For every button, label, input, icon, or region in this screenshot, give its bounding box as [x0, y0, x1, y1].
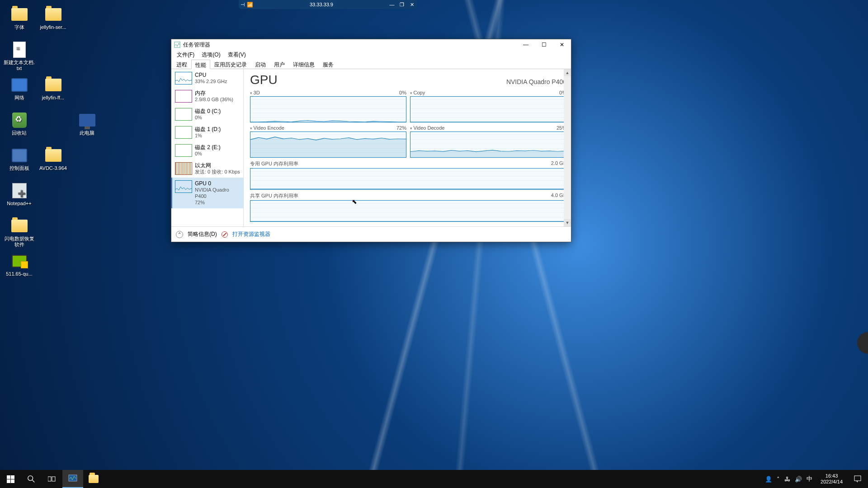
- desktop-icon[interactable]: Notepad++: [2, 181, 36, 216]
- tab-进程[interactable]: 进程: [172, 59, 191, 69]
- remote-restore-button[interactable]: ❐: [397, 2, 407, 8]
- tab-详细信息[interactable]: 详细信息: [289, 59, 319, 69]
- task-view-button[interactable]: [42, 470, 62, 488]
- chart-专用 GPU 内存利用率: 专用 GPU 内存利用率2.0 GB: [250, 160, 566, 190]
- edge-assist-bubble[interactable]: [857, 332, 868, 354]
- remote-close-button[interactable]: ✕: [407, 2, 417, 8]
- performance-sidebar: CPU33% 2.29 GHz内存2.9/8.0 GB (36%)磁盘 0 (C…: [171, 69, 244, 226]
- desktop-icons: 字体jellyfin-ser...新建文本文档.txt网络jellyfin-ff…: [2, 5, 104, 286]
- remote-minimize-button[interactable]: —: [387, 2, 397, 7]
- menu-item[interactable]: 查看(V): [224, 50, 250, 59]
- desktop-icon[interactable]: 网络: [2, 75, 36, 110]
- tab-bar: 进程性能应用历史记录启动用户详细信息服务: [171, 59, 571, 69]
- nv-icon: [12, 255, 27, 267]
- sidebar-thumb: [175, 126, 192, 139]
- sidebar-item-disk[interactable]: 磁盘 0 (C:)0%: [171, 105, 243, 123]
- open-resmon-link[interactable]: 打开资源监视器: [232, 230, 270, 238]
- system-tray[interactable]: 👤 ˄ 🖧 🔊 中: [761, 475, 816, 483]
- action-center-button[interactable]: [847, 470, 868, 488]
- sidebar-item-title: GPU 0: [195, 180, 241, 187]
- desktop-icon[interactable]: 闪电数据恢复软件: [2, 216, 36, 251]
- tab-服务[interactable]: 服务: [319, 59, 338, 69]
- ime-indicator[interactable]: 中: [807, 475, 812, 483]
- npp-icon: [12, 183, 27, 198]
- gpu-heading: GPU: [250, 73, 278, 87]
- clock-date: 2022/4/14: [821, 479, 843, 485]
- desktop-icon[interactable]: 511.65-qu...: [2, 251, 36, 286]
- desktop-icon-label: jellyfin-ff...: [42, 95, 64, 101]
- sidebar-item-mem[interactable]: 内存2.9/8.0 GB (36%): [171, 87, 243, 105]
- menu-item[interactable]: 文件(F): [173, 50, 198, 59]
- people-icon[interactable]: 👤: [765, 476, 772, 483]
- network-icon: [11, 78, 28, 92]
- desktop-icon[interactable]: 此电脑: [70, 110, 104, 145]
- volume-icon[interactable]: 🔊: [795, 476, 802, 483]
- taskmgr-icon: [174, 42, 180, 48]
- titlebar[interactable]: 任务管理器 — ☐ ✕: [171, 39, 571, 50]
- pc-icon: [79, 114, 95, 127]
- clock[interactable]: 16:43 2022/4/14: [816, 473, 847, 485]
- taskbar-app-taskmgr[interactable]: [62, 470, 83, 488]
- sidebar-thumb: [175, 72, 192, 84]
- taskbar-app-explorer[interactable]: [83, 470, 104, 488]
- sidebar-item-sub: 0%: [195, 150, 221, 157]
- chart-name[interactable]: Video Decode: [410, 125, 444, 131]
- folder-icon: [11, 8, 28, 21]
- sidebar-item-title: 磁盘 0 (C:): [195, 108, 221, 114]
- sidebar-item-eth[interactable]: 以太网发送: 0 接收: 0 Kbps: [171, 160, 243, 178]
- desktop-icon[interactable]: AVDC-3.964: [36, 145, 70, 181]
- desktop-icon[interactable]: 回收站: [2, 110, 36, 145]
- desktop-icon-label: 闪电数据恢复软件: [3, 236, 35, 248]
- maximize-button[interactable]: ☐: [535, 39, 553, 50]
- brief-info-button[interactable]: 简略信息(D): [188, 230, 217, 238]
- sidebar-item-title: 内存: [195, 90, 233, 96]
- sidebar-item-sub: 1%: [195, 132, 221, 139]
- chart-canvas: [250, 96, 406, 122]
- scroll-down-icon[interactable]: ▼: [564, 219, 571, 226]
- tab-应用历史记录[interactable]: 应用历史记录: [210, 59, 251, 69]
- desktop-icon[interactable]: jellyfin-ser...: [36, 5, 70, 40]
- sidebar-item-gpu[interactable]: GPU 0NVIDIA Quadro P40072%: [171, 178, 243, 208]
- desktop-icon-label: 控制面板: [9, 165, 29, 171]
- chart-name[interactable]: Copy: [410, 90, 425, 95]
- pin-icon[interactable]: ⊣: [239, 2, 247, 8]
- sidebar-item-sub: 33% 2.29 GHz: [195, 78, 227, 84]
- sidebar-item-title: 磁盘 2 (E:): [195, 144, 221, 150]
- sidebar-item-sub: NVIDIA Quadro P400: [195, 187, 241, 199]
- tab-用户[interactable]: 用户: [270, 59, 289, 69]
- chart-canvas: [250, 131, 406, 158]
- sidebar-item-sub: 2.9/8.0 GB (36%): [195, 96, 233, 103]
- menu-item[interactable]: 选项(O): [198, 50, 224, 59]
- task-manager-window: 任务管理器 — ☐ ✕ 文件(F)选项(O)查看(V) 进程性能应用历史记录启动…: [171, 39, 571, 242]
- svg-marker-3: [250, 137, 406, 157]
- search-button[interactable]: [21, 470, 42, 488]
- detail-panel: GPU NVIDIA Quadro P400 3D0%Copy0%Video E…: [244, 69, 571, 226]
- sidebar-item-cpu[interactable]: CPU33% 2.29 GHz: [171, 69, 243, 87]
- sidebar-item-disk[interactable]: 磁盘 1 (D:)1%: [171, 123, 243, 141]
- tray-chevron-icon[interactable]: ˄: [777, 476, 780, 483]
- sidebar-item-disk[interactable]: 磁盘 2 (E:)0%: [171, 141, 243, 160]
- desktop-icon[interactable]: 控制面板: [2, 145, 36, 181]
- close-button[interactable]: ✕: [553, 39, 571, 50]
- chart-name[interactable]: 3D: [250, 90, 260, 95]
- scroll-up-icon[interactable]: ▲: [564, 69, 571, 76]
- collapse-icon[interactable]: ⌃: [176, 231, 183, 238]
- desktop-icon-label: Notepad++: [7, 201, 31, 206]
- desktop-icon[interactable]: 字体: [2, 5, 36, 40]
- clock-time: 16:43: [821, 473, 843, 479]
- sidebar-item-sub: 0%: [195, 114, 221, 121]
- desktop-icon[interactable]: 新建文本文档.txt: [2, 40, 36, 75]
- tab-性能[interactable]: 性能: [191, 60, 210, 69]
- taskmgr-taskbar-icon: [68, 474, 77, 483]
- folder-icon: [45, 79, 61, 91]
- scrollbar[interactable]: ▲ ▼: [564, 69, 571, 226]
- desktop-icon-label: AVDC-3.964: [39, 165, 67, 171]
- chart-name[interactable]: Video Encode: [250, 125, 284, 131]
- start-button[interactable]: [0, 470, 21, 488]
- network-tray-icon[interactable]: 🖧: [784, 476, 790, 483]
- desktop-icon[interactable]: jellyfin-ff...: [36, 75, 70, 110]
- tab-启动[interactable]: 启动: [251, 59, 270, 69]
- desktop-icon-label: 新建文本文档.txt: [3, 60, 35, 71]
- minimize-button[interactable]: —: [517, 39, 535, 50]
- chart-name: 专用 GPU 内存利用率: [250, 160, 298, 167]
